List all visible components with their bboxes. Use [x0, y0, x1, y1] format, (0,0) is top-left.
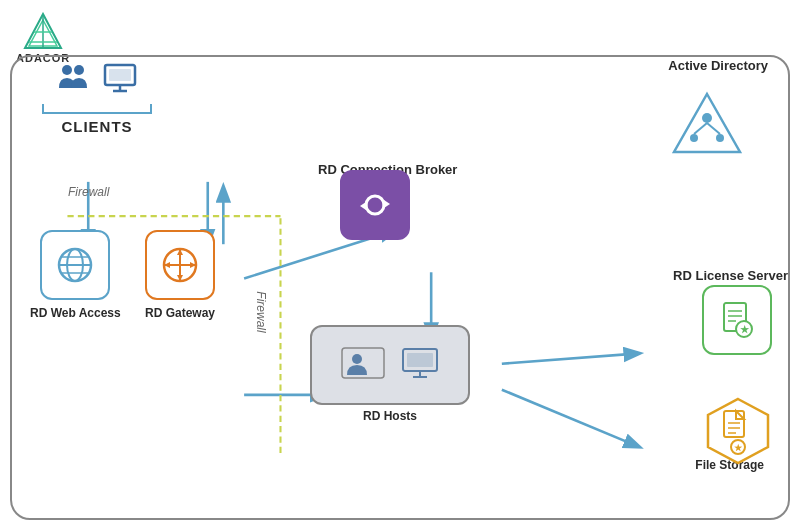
- svg-text:★: ★: [740, 324, 750, 335]
- clients-label: CLIENTS: [61, 118, 132, 135]
- svg-rect-41: [407, 353, 433, 367]
- svg-line-46: [694, 123, 707, 134]
- file-storage-box: ★: [702, 395, 774, 471]
- people-icon: [57, 62, 93, 102]
- adacor-logo-icon: [21, 12, 65, 50]
- file-storage-hexagon: ★: [702, 395, 774, 467]
- rd-web-access-box: RD Web Access: [30, 230, 121, 320]
- rd-hosts-user-icon: [341, 347, 385, 383]
- broker-sync-icon: [356, 186, 394, 224]
- rd-license-server-title: RD License Server: [673, 268, 788, 283]
- rd-connection-broker-box: [340, 170, 410, 240]
- svg-point-17: [74, 65, 84, 75]
- svg-point-44: [690, 134, 698, 142]
- rd-hosts-container: [310, 325, 470, 405]
- active-directory-icon: [672, 90, 742, 162]
- globe-icon: [55, 245, 95, 285]
- rd-hosts-box: RD Hosts: [310, 325, 470, 423]
- rd-hosts-monitor-icon: [401, 347, 439, 383]
- svg-point-16: [62, 65, 72, 75]
- monitor-icon: [103, 63, 137, 102]
- firewall-label-vertical: Firewall: [254, 291, 268, 332]
- rd-web-access-label: RD Web Access: [30, 306, 121, 320]
- active-directory-title: Active Directory: [668, 58, 768, 73]
- rd-license-icon-container: ★: [702, 285, 772, 355]
- svg-line-47: [707, 123, 720, 134]
- rd-gateway-label: RD Gateway: [145, 306, 215, 320]
- rd-broker-icon-container: [340, 170, 410, 240]
- svg-point-43: [702, 113, 712, 123]
- clients-bracket: [42, 104, 152, 114]
- gateway-icon: [160, 245, 200, 285]
- rd-gateway-icon-container: [145, 230, 215, 300]
- clients-icons: [57, 62, 137, 102]
- rd-license-server-box: ★: [702, 285, 772, 355]
- svg-text:★: ★: [734, 443, 743, 453]
- rd-web-access-icon-container: [40, 230, 110, 300]
- active-directory-triangle: [672, 90, 742, 158]
- rd-gateway-box: RD Gateway: [145, 230, 215, 320]
- rd-hosts-label: RD Hosts: [310, 409, 470, 423]
- svg-marker-35: [360, 202, 366, 210]
- svg-point-45: [716, 134, 724, 142]
- svg-point-37: [352, 354, 362, 364]
- clients-section: CLIENTS: [42, 62, 152, 135]
- license-doc-icon: ★: [718, 301, 756, 339]
- firewall-label-horizontal: Firewall: [68, 185, 109, 199]
- svg-rect-21: [109, 69, 131, 81]
